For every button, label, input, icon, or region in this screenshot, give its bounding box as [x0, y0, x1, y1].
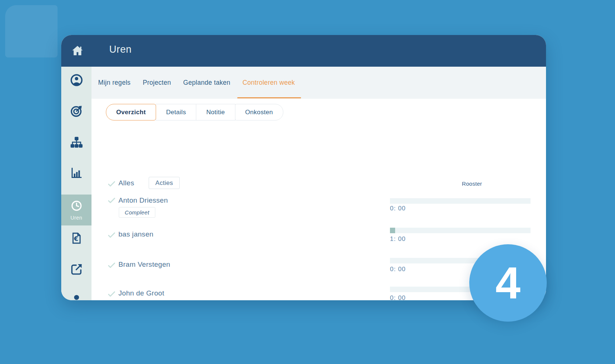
rooster-value: 1: 00: [390, 235, 406, 243]
rooster-progressbar: [390, 228, 531, 233]
rooster-column-header: Rooster: [462, 181, 482, 187]
invoice-euro-icon: €: [70, 231, 83, 246]
clock-icon: [70, 200, 83, 213]
sitemap-icon: [70, 136, 83, 151]
step-badge-number: 4: [495, 260, 521, 305]
tab-projecten[interactable]: Projecten: [143, 67, 171, 99]
person-name[interactable]: Bram Verstegen: [118, 260, 170, 269]
subtab-onkosten[interactable]: Onkosten: [235, 104, 283, 120]
subtab-overzicht[interactable]: Overzicht: [106, 104, 156, 120]
page-title: Uren: [109, 44, 132, 55]
tab-mijn-regels[interactable]: Mijn regels: [98, 67, 131, 99]
user-circle-icon: [70, 73, 83, 88]
person-name[interactable]: bas jansen: [118, 230, 153, 238]
bar-chart-icon: [70, 166, 83, 181]
sidebar-item-profile[interactable]: [61, 73, 91, 88]
page-background: Uren: [0, 0, 615, 364]
rooster-value: 0: 00: [390, 294, 406, 300]
home-icon[interactable]: [71, 44, 84, 57]
app-header: Uren: [61, 35, 546, 67]
external-link-icon: [70, 262, 83, 277]
svg-text:€: €: [73, 235, 78, 242]
person-name[interactable]: Anton Driessen: [118, 196, 168, 204]
status-badge: Compleet: [119, 207, 155, 218]
check-icon[interactable]: [107, 231, 116, 239]
subtab-notitie[interactable]: Notitie: [196, 104, 235, 120]
rooster-value: 0: 00: [390, 266, 406, 273]
sidebar-item-goals[interactable]: [61, 104, 91, 119]
tab-controleren-week[interactable]: Controleren week: [242, 67, 295, 99]
target-icon: [70, 104, 83, 119]
person-name[interactable]: John de Groot: [118, 289, 164, 297]
sidebar: Uren €: [61, 67, 91, 300]
sidebar-item-user[interactable]: [61, 293, 91, 300]
actions-button[interactable]: Acties: [149, 177, 180, 189]
select-all-label: Alles: [118, 179, 134, 187]
sidebar-item-statistics[interactable]: [61, 166, 91, 181]
person-icon: [70, 293, 83, 300]
check-icon[interactable]: [107, 261, 116, 269]
rooster-progressbar-fill: [390, 228, 395, 233]
sidebar-item-uren[interactable]: Uren: [61, 195, 91, 225]
sidebar-item-organization[interactable]: [61, 136, 91, 151]
sidebar-item-label: Uren: [70, 215, 82, 221]
tab-bar: Mijn regelsProjectenGeplande takenContro…: [91, 67, 546, 99]
sidebar-item-external-link[interactable]: [61, 262, 91, 277]
rooster-progressbar: [390, 198, 531, 204]
background-corner-accent: [5, 5, 58, 57]
sidebar-item-invoices[interactable]: €: [61, 231, 91, 246]
subtab-details[interactable]: Details: [156, 104, 196, 120]
rooster-value: 0: 00: [390, 205, 406, 212]
check-icon[interactable]: [107, 196, 116, 204]
tab-geplande-taken[interactable]: Geplande taken: [183, 67, 231, 99]
check-icon[interactable]: [107, 290, 116, 298]
step-badge: 4: [469, 244, 547, 322]
subtab-bar: OverzichtDetailsNotitieOnkosten: [106, 104, 283, 120]
select-all-check-icon[interactable]: [107, 179, 116, 188]
